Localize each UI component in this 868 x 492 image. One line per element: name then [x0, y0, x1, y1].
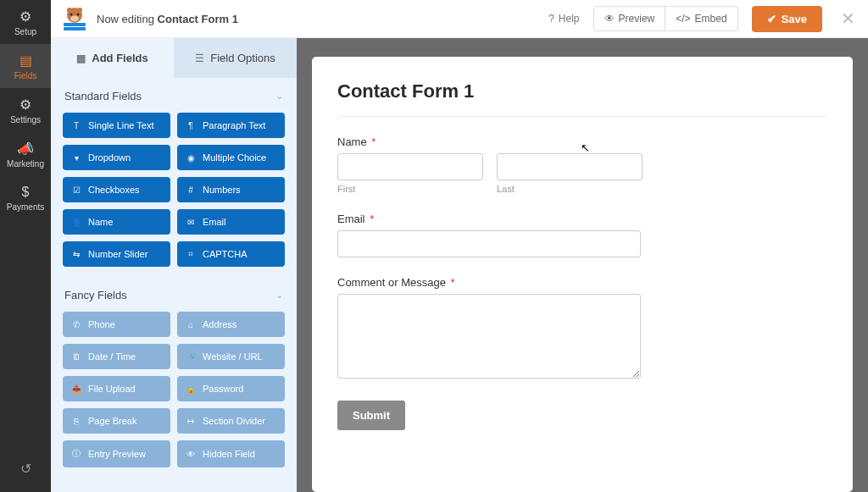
field-icon: ⓘ: [71, 448, 81, 460]
field-pill-number-slider[interactable]: ⇆Number Slider: [63, 241, 170, 267]
field-icon: ⇆: [71, 250, 81, 259]
field-icon: ↦: [186, 417, 196, 426]
eye-icon: 👁: [604, 13, 615, 25]
required-asterisk: *: [451, 276, 455, 289]
field-pill-label: Password: [203, 384, 243, 394]
field-pill-name[interactable]: 👤Name: [63, 209, 170, 235]
comment-field[interactable]: Comment or Message *: [337, 276, 827, 382]
field-pill-label: Entry Preview: [88, 449, 146, 459]
field-pill-password[interactable]: 🔒Password: [177, 376, 285, 401]
field-icon: ✉: [186, 218, 196, 227]
field-pill-multiple-choice[interactable]: ◉Multiple Choice: [177, 145, 285, 170]
svg-point-2: [77, 8, 82, 13]
label-text: Name: [337, 135, 367, 148]
nav-label: Marketing: [7, 159, 44, 169]
field-pill-checkboxes[interactable]: ☑Checkboxes: [63, 177, 170, 202]
tab-add-fields[interactable]: ▦ Add Fields: [51, 38, 174, 78]
field-pill-email[interactable]: ✉Email: [177, 209, 285, 235]
nav-label: Payments: [7, 202, 44, 212]
grid-icon: ▦: [76, 53, 86, 64]
field-pill-date-time[interactable]: 🗓Date / Time: [63, 344, 170, 369]
editing-form-name: Contact Form 1: [158, 13, 238, 25]
field-pill-paragraph-text[interactable]: ¶Paragraph Text: [177, 113, 285, 138]
field-pill-label: Website / URL: [203, 351, 263, 362]
field-pill-hidden-field[interactable]: 👁Hidden Field: [177, 440, 285, 467]
close-button[interactable]: ✕: [839, 10, 856, 27]
last-name-input[interactable]: [497, 153, 643, 180]
field-pill-label: Number Slider: [88, 249, 147, 259]
label-text: Email: [337, 213, 365, 225]
group-title: Standard Fields: [64, 90, 142, 102]
save-label: Save: [782, 13, 807, 25]
field-pill-entry-preview[interactable]: ⓘEntry Preview: [63, 440, 170, 467]
submit-button[interactable]: Submit: [337, 401, 405, 430]
editing-prefix: Now editing: [97, 13, 158, 25]
field-pill-section-divider[interactable]: ↦Section Divider: [177, 408, 285, 434]
nav-payments[interactable]: $ Payments: [0, 176, 51, 220]
field-pill-single-line-text[interactable]: TSingle Line Text: [63, 113, 170, 138]
email-input[interactable]: [337, 230, 641, 257]
field-pill-label: Numbers: [203, 185, 241, 195]
panel-tabs: ▦ Add Fields ☰ Field Options: [51, 38, 297, 78]
field-icon: ⌗: [186, 249, 196, 259]
group-header-standard[interactable]: Standard Fields ⌄: [51, 78, 297, 113]
field-pill-label: Date / Time: [88, 351, 136, 362]
chevron-down-icon: ⌄: [275, 91, 283, 102]
svg-point-5: [70, 16, 79, 22]
help-link[interactable]: ? Help: [542, 8, 586, 30]
field-pill-file-upload[interactable]: 📤File Upload: [63, 376, 170, 401]
preview-area: Contact Form 1 Name * First: [297, 38, 868, 492]
chevron-down-icon: ⌄: [275, 290, 283, 301]
field-pill-captcha[interactable]: ⌗CAPTCHA: [177, 241, 285, 267]
field-icon: 👁: [186, 450, 196, 459]
svg-point-1: [67, 8, 72, 13]
sliders-icon: ☰: [195, 53, 204, 64]
field-icon: 🔗: [186, 352, 196, 362]
embed-button[interactable]: </> Embed: [665, 7, 737, 30]
field-pill-page-break[interactable]: ⎘Page Break: [63, 408, 170, 434]
name-field[interactable]: Name * First Last: [337, 135, 827, 194]
nav-marketing[interactable]: 📣 Marketing: [0, 132, 51, 176]
nav-revert[interactable]: ↺: [0, 451, 51, 485]
save-button[interactable]: ✔ Save: [752, 6, 822, 32]
preview-embed-group: 👁 Preview </> Embed: [593, 6, 738, 31]
field-icon: 📤: [71, 384, 81, 394]
tab-label: Field Options: [210, 52, 275, 64]
field-icon: ⎘: [71, 417, 81, 426]
field-pill-numbers[interactable]: #Numbers: [177, 177, 285, 202]
gear-icon: ⚙: [19, 8, 31, 25]
comment-textarea[interactable]: [337, 294, 641, 379]
group-header-fancy[interactable]: Fancy Fields ⌄: [51, 277, 297, 312]
field-pill-phone[interactable]: ✆Phone: [63, 312, 170, 337]
preview-button[interactable]: 👁 Preview: [594, 7, 665, 30]
fancy-field-grid: ✆Phone⌂Address🗓Date / Time🔗Website / URL…: [51, 312, 297, 478]
nav-label: Setup: [14, 27, 36, 36]
field-pill-website-url[interactable]: 🔗Website / URL: [177, 344, 285, 369]
field-pill-address[interactable]: ⌂Address: [177, 312, 285, 337]
field-pill-label: Phone: [88, 319, 115, 329]
nav-settings[interactable]: ⚙ Settings: [0, 88, 51, 132]
field-pill-label: Email: [203, 217, 226, 227]
brand-logo: [59, 6, 90, 31]
label-text: Comment or Message: [337, 276, 446, 289]
field-pill-label: Hidden Field: [203, 449, 255, 459]
comment-label: Comment or Message *: [337, 276, 827, 289]
field-icon: ⌂: [186, 320, 196, 329]
preview-label: Preview: [619, 13, 655, 25]
svg-rect-6: [64, 23, 86, 26]
nav-rail: ⚙ Setup ▤ Fields ⚙ Settings 📣 Marketing …: [0, 0, 51, 492]
email-field[interactable]: Email *: [337, 213, 827, 257]
field-pill-dropdown[interactable]: ▾Dropdown: [63, 145, 170, 170]
first-name-input[interactable]: [337, 153, 483, 180]
first-sublabel: First: [337, 184, 483, 194]
tab-field-options[interactable]: ☰ Field Options: [174, 38, 297, 78]
nav-fields[interactable]: ▤ Fields: [0, 44, 51, 88]
field-pill-label: CAPTCHA: [203, 249, 248, 259]
form-preview-card: Contact Form 1 Name * First: [312, 57, 853, 492]
field-pill-label: Name: [88, 217, 113, 227]
group-title: Fancy Fields: [64, 289, 127, 301]
nav-setup[interactable]: ⚙ Setup: [0, 0, 51, 44]
name-label: Name *: [337, 135, 827, 148]
bullhorn-icon: 📣: [17, 141, 34, 157]
field-icon: T: [71, 121, 81, 130]
